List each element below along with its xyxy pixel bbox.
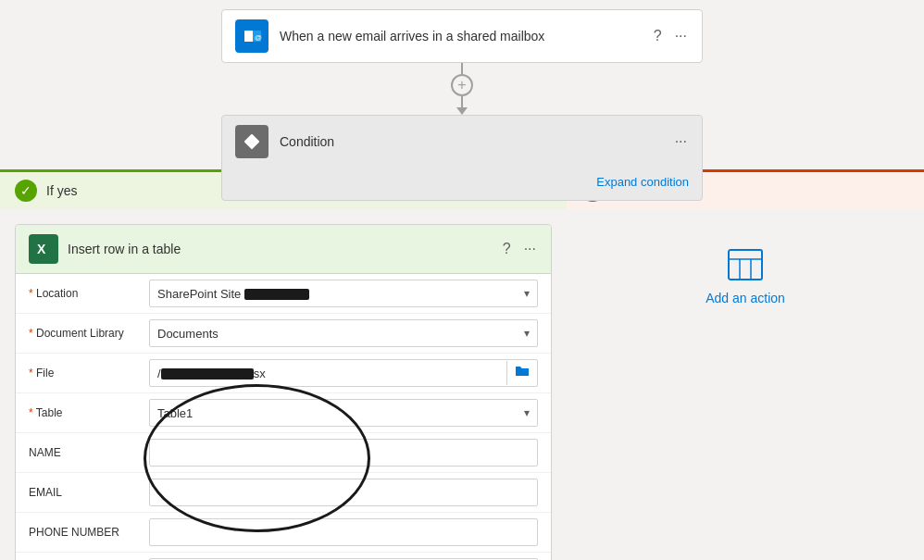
branches-row: ✓ If yes X Insert row in a table (0, 169, 924, 560)
condition-diamond-icon (242, 131, 262, 152)
condition-header: Condition ··· (222, 116, 702, 168)
form-body: Location SharePoint Site ▾ Do (16, 274, 551, 560)
table-chevron-icon: ▾ (524, 406, 530, 419)
name-field-value (149, 439, 538, 467)
condition-title: Condition (280, 134, 664, 149)
trigger-help-button[interactable]: ? (652, 26, 664, 46)
action-card-header: X Insert row in a table ? ··· (16, 225, 551, 274)
table-row: Table Table1 ▾ (16, 393, 551, 433)
file-field-value: /sx (149, 359, 538, 387)
connector-line-top (461, 63, 463, 74)
folder-svg (515, 365, 530, 378)
file-browse-icon[interactable] (506, 361, 537, 385)
if-no-branch: ✕ If no Add an action (567, 169, 924, 560)
svg-rect-1 (244, 31, 253, 42)
add-action-svg (727, 248, 764, 281)
help-icon: ? (654, 28, 662, 44)
trigger-icon: @ (235, 19, 268, 53)
doc-lib-chevron-icon: ▾ (524, 327, 530, 340)
more-icon: ··· (675, 28, 687, 44)
phone-field-value (149, 518, 538, 546)
phone-row: PHONE NUMBER (16, 513, 551, 553)
trigger-more-button[interactable]: ··· (673, 26, 689, 46)
action-title: Insert row in a table (68, 242, 492, 256)
document-library-row: Document Library Documents ▾ (16, 314, 551, 354)
table-dropdown[interactable]: Table1 ▾ (149, 399, 538, 427)
trigger-title: When a new email arrives in a shared mai… (280, 29, 643, 44)
action-more-icon: ··· (524, 241, 536, 257)
add-action-label: Add an action (705, 291, 785, 305)
if-yes-label: If yes (46, 183, 77, 198)
condition-body: Expand condition (222, 168, 702, 200)
action-help-button[interactable]: ? (501, 239, 513, 259)
email-label: EMAIL (29, 486, 149, 499)
name-label: NAME (29, 446, 149, 459)
add-step-button[interactable]: + (451, 74, 473, 96)
document-library-label: Document Library (29, 327, 149, 340)
trigger-card-actions: ? ··· (652, 26, 689, 46)
action-help-icon: ? (503, 241, 511, 257)
email-row: EMAIL (16, 473, 551, 513)
location-chevron-icon: ▾ (524, 287, 530, 300)
add-action-icon (723, 246, 768, 283)
connector: + (451, 63, 473, 115)
location-field-value: SharePoint Site ▾ (149, 280, 538, 307)
condition-card-actions: ··· (673, 131, 689, 152)
location-dropdown[interactable]: SharePoint Site ▾ (149, 280, 538, 307)
name-row: NAME (16, 433, 551, 473)
document-library-dropdown[interactable]: Documents ▾ (149, 319, 538, 347)
phone-label: PHONE NUMBER (29, 526, 149, 539)
action-card-actions: ? ··· (501, 239, 538, 259)
file-label: File (29, 367, 149, 380)
document-library-value: Documents (157, 327, 219, 341)
connector-arrow (456, 107, 468, 115)
connector-line-bottom (461, 96, 463, 107)
location-row: Location SharePoint Site ▾ (16, 274, 551, 314)
phone-input[interactable] (149, 518, 538, 546)
document-library-field-value: Documents ▾ (149, 319, 538, 347)
location-label: Location (29, 287, 149, 300)
file-path-redacted (161, 368, 254, 380)
condition-icon (235, 125, 268, 158)
svg-text:@: @ (255, 33, 262, 42)
condition-more-button[interactable]: ··· (673, 131, 689, 152)
table-field-value: Table1 ▾ (149, 399, 538, 427)
file-value: /sx (150, 362, 506, 385)
message-row: MESSAGE (16, 553, 551, 560)
expand-condition-link[interactable]: Expand condition (596, 175, 689, 189)
location-redacted (244, 289, 309, 300)
table-label: Table (29, 406, 149, 419)
checkmark-icon: ✓ (15, 180, 37, 202)
add-action-button[interactable]: Add an action (567, 209, 924, 342)
action-card: X Insert row in a table ? ··· (15, 224, 552, 560)
outlook-icon: @ (242, 26, 262, 46)
excel-icon: X (29, 234, 58, 264)
if-yes-branch: ✓ If yes X Insert row in a table (0, 169, 567, 560)
svg-rect-4 (244, 134, 260, 150)
condition-card: Condition ··· Expand condition (221, 115, 703, 201)
table-value: Table1 (157, 406, 193, 420)
condition-more-icon: ··· (675, 133, 687, 150)
trigger-card: @ When a new email arrives in a shared m… (221, 9, 703, 63)
file-row: File /sx (16, 354, 551, 393)
svg-rect-7 (729, 250, 762, 280)
svg-text:X: X (37, 242, 46, 256)
email-input[interactable] (149, 479, 538, 506)
action-more-button[interactable]: ··· (522, 239, 538, 259)
location-value: SharePoint Site (157, 287, 309, 301)
excel-svg: X (34, 240, 53, 258)
file-input-wrapper[interactable]: /sx (149, 359, 538, 387)
name-input[interactable] (149, 439, 538, 467)
email-field-value (149, 479, 538, 506)
